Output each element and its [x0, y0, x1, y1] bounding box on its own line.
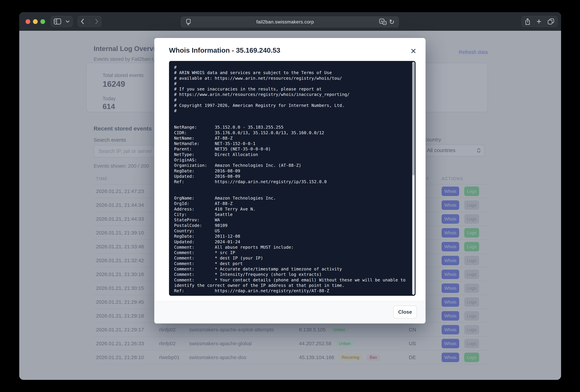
sidebar-icon — [54, 18, 61, 24]
page-format-icon[interactable] — [186, 19, 191, 25]
traffic-light-minimize-button[interactable] — [33, 19, 38, 24]
browser-window: fail2ban.swissmakers.corp A✦ ↻ In — [19, 12, 561, 380]
toolbar-right-group — [521, 16, 558, 27]
whois-modal: Whois Information - 35.169.240.53 ✕ # # … — [154, 38, 426, 323]
whois-terminal: # # ARIN WHOIS data and services are sub… — [169, 61, 416, 296]
url-text: fail2ban.swissmakers.corp — [191, 19, 379, 25]
plus-icon — [536, 19, 542, 24]
modal-title: Whois Information - 35.169.240.53 — [169, 46, 280, 54]
traffic-light-close-button[interactable] — [25, 19, 30, 24]
nav-button-group — [78, 16, 101, 27]
svg-text:✦: ✦ — [384, 22, 386, 24]
terminal-scrollbar-thumb[interactable] — [412, 63, 415, 175]
traffic-light-zoom-button[interactable] — [40, 19, 45, 24]
modal-close-icon[interactable]: ✕ — [408, 45, 419, 57]
nav-divider — [89, 18, 90, 24]
translate-icon[interactable]: A✦ — [379, 18, 387, 25]
svg-text:A: A — [381, 20, 383, 23]
forward-button[interactable] — [95, 18, 99, 24]
tabs-icon — [548, 18, 554, 24]
whois-output: # # ARIN WHOIS data and services are sub… — [169, 61, 416, 296]
share-icon — [525, 18, 531, 25]
chevron-down-icon — [66, 20, 70, 23]
close-button[interactable]: Close — [393, 305, 417, 318]
address-bar[interactable]: fail2ban.swissmakers.corp A✦ ↻ — [181, 16, 399, 27]
modal-footer: Close — [154, 301, 426, 323]
screenshot-stage: fail2ban.swissmakers.corp A✦ ↻ In — [0, 0, 580, 392]
share-button[interactable] — [525, 18, 531, 25]
forward-icon — [96, 19, 98, 24]
browser-toolbar: fail2ban.swissmakers.corp A✦ ↻ — [19, 12, 561, 31]
tab-overview-button[interactable] — [548, 18, 554, 24]
sidebar-toggle-button[interactable] — [51, 16, 73, 27]
reload-icon[interactable]: ↻ — [389, 19, 394, 25]
back-icon — [81, 19, 84, 24]
back-button[interactable] — [81, 18, 84, 24]
new-tab-button[interactable] — [536, 19, 542, 24]
